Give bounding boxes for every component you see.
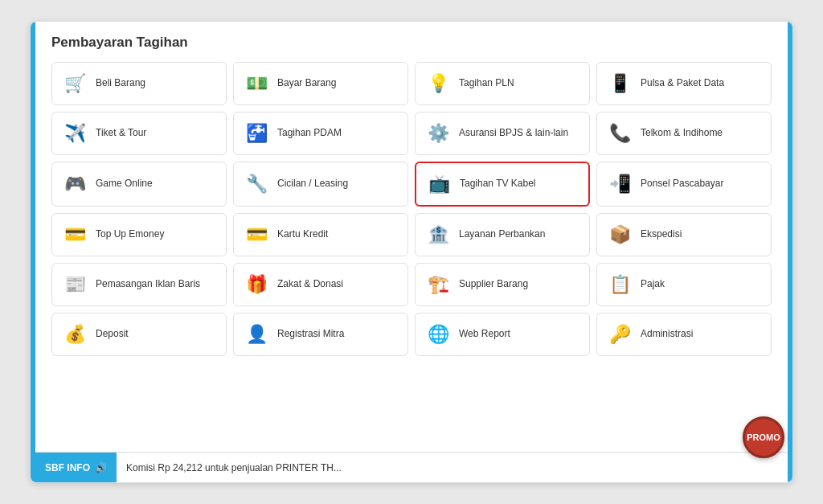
label-pulsa-paket: Pulsa & Paket Data	[641, 77, 724, 90]
label-game-online: Game Online	[96, 178, 153, 191]
label-tiket-tour: Tiket & Tour	[96, 127, 146, 140]
icon-pulsa-paket: 📱	[605, 69, 634, 98]
label-telkom: Telkom & Indihome	[641, 127, 723, 140]
icon-tagihan-pdam: 🚰	[242, 119, 271, 148]
right-accent	[788, 22, 792, 482]
section-title: Pembayaran Tagihan	[51, 35, 772, 51]
grid-item-web-report[interactable]: 🌐Web Report	[415, 313, 590, 356]
label-ponsel-pascabayar: Ponsel Pascabayar	[641, 178, 723, 191]
grid-item-tagihan-pln[interactable]: 💡Tagihan PLN	[415, 62, 590, 105]
label-tagihan-tv: Tagihan TV Kabel	[460, 178, 536, 191]
grid-item-zakat-donasi[interactable]: 🎁Zakat & Donasi	[233, 263, 408, 306]
icon-web-report: 🌐	[424, 320, 452, 349]
label-kartu-kredit: Kartu Kredit	[277, 228, 328, 241]
icon-bayar-barang: 💵	[242, 69, 271, 98]
grid-item-telkom[interactable]: 📞Telkom & Indihome	[596, 112, 772, 155]
label-pajak: Pajak	[641, 278, 665, 291]
label-zakat-donasi: Zakat & Donasi	[277, 278, 343, 291]
grid-item-kartu-kredit[interactable]: 💳Kartu Kredit	[233, 213, 408, 256]
grid-item-top-up-emoney[interactable]: 💳Top Up Emoney	[51, 213, 227, 256]
label-top-up-emoney: Top Up Emoney	[96, 228, 164, 241]
sbf-label: SBF INFO	[45, 462, 90, 473]
label-asuransi-bpjs: Asuransi BPJS & lain-lain	[459, 127, 568, 140]
label-layanan-perbankan: Layanan Perbankan	[459, 228, 545, 241]
label-pemasangan-iklan: Pemasangan Iklan Baris	[96, 278, 200, 291]
icon-tiket-tour: ✈️	[60, 119, 89, 148]
left-accent	[31, 22, 35, 482]
icon-tagihan-pln: 💡	[424, 69, 452, 98]
label-supplier-barang: Supplier Barang	[459, 278, 528, 291]
grid-item-pulsa-paket[interactable]: 📱Pulsa & Paket Data	[596, 62, 772, 105]
label-tagihan-pln: Tagihan PLN	[459, 77, 514, 90]
grid-item-pajak[interactable]: 📋Pajak	[596, 263, 772, 306]
main-container: Pembayaran Tagihan 🛒Beli Barang💵Bayar Ba…	[30, 21, 793, 483]
grid-item-game-online[interactable]: 🎮Game Online	[51, 162, 227, 207]
grid-item-ponsel-pascabayar[interactable]: 📲Ponsel Pascabayar	[596, 162, 772, 207]
label-ekspedisi: Ekspedisi	[641, 228, 682, 241]
grid-item-layanan-perbankan[interactable]: 🏦Layanan Perbankan	[415, 213, 590, 256]
speaker-icon: 🔊	[95, 462, 107, 473]
icon-game-online: 🎮	[60, 170, 89, 199]
grid-item-supplier-barang[interactable]: 🏗️Supplier Barang	[415, 263, 590, 306]
icon-beli-barang: 🛒	[60, 69, 89, 98]
icon-tagihan-tv: 📺	[424, 170, 453, 199]
icon-pajak: 📋	[605, 270, 634, 299]
grid-item-tiket-tour[interactable]: ✈️Tiket & Tour	[51, 112, 227, 155]
grid-item-asuransi-bpjs[interactable]: ⚙️Asuransi BPJS & lain-lain	[415, 112, 590, 155]
promo-button[interactable]: PROMO	[743, 416, 784, 458]
icon-top-up-emoney: 💳	[60, 220, 89, 249]
grid-item-beli-barang[interactable]: 🛒Beli Barang	[51, 62, 227, 105]
label-beli-barang: Beli Barang	[96, 77, 145, 90]
icon-deposit: 💰	[60, 320, 89, 349]
icon-supplier-barang: 🏗️	[424, 270, 452, 299]
grid-item-pemasangan-iklan[interactable]: 📰Pemasangan Iklan Baris	[51, 263, 227, 306]
grid-item-tagihan-pdam[interactable]: 🚰Tagihan PDAM	[233, 112, 408, 155]
label-web-report: Web Report	[459, 328, 510, 341]
label-bayar-barang: Bayar Barang	[277, 77, 336, 90]
sbf-info-button[interactable]: SBF INFO 🔊	[35, 453, 117, 482]
icon-pemasangan-iklan: 📰	[60, 270, 89, 299]
content-area: Pembayaran Tagihan 🛒Beli Barang💵Bayar Ba…	[35, 22, 788, 452]
icon-ponsel-pascabayar: 📲	[605, 170, 634, 199]
label-tagihan-pdam: Tagihan PDAM	[277, 127, 342, 140]
icon-asuransi-bpjs: ⚙️	[424, 119, 452, 148]
icon-telkom: 📞	[605, 119, 634, 148]
grid-item-bayar-barang[interactable]: 💵Bayar Barang	[233, 62, 408, 105]
icon-kartu-kredit: 💳	[242, 220, 271, 249]
icon-registrasi-mitra: 👤	[242, 320, 271, 349]
menu-grid: 🛒Beli Barang💵Bayar Barang💡Tagihan PLN📱Pu…	[51, 62, 772, 356]
grid-item-administrasi[interactable]: 🔑Administrasi	[596, 313, 772, 356]
icon-cicilan-leasing: 🔧	[242, 170, 271, 199]
label-cicilan-leasing: Cicilan / Leasing	[277, 178, 348, 191]
grid-item-ekspedisi[interactable]: 📦Ekspedisi	[596, 213, 772, 256]
grid-item-registrasi-mitra[interactable]: 👤Registrasi Mitra	[233, 313, 408, 356]
grid-item-cicilan-leasing[interactable]: 🔧Cicilan / Leasing	[233, 162, 408, 207]
icon-ekspedisi: 📦	[605, 220, 634, 249]
icon-layanan-perbankan: 🏦	[424, 220, 452, 249]
icon-administrasi: 🔑	[605, 320, 634, 349]
label-deposit: Deposit	[96, 328, 129, 341]
marquee-text: Komisi Rp 24,212 untuk penjualan PRINTER…	[126, 462, 780, 473]
bottom-bar: SBF INFO 🔊 Komisi Rp 24,212 untuk penjua…	[35, 452, 788, 482]
label-registrasi-mitra: Registrasi Mitra	[277, 328, 344, 341]
grid-item-tagihan-tv[interactable]: 📺Tagihan TV Kabel	[415, 162, 590, 207]
icon-zakat-donasi: 🎁	[242, 270, 271, 299]
grid-item-deposit[interactable]: 💰Deposit	[51, 313, 227, 356]
label-administrasi: Administrasi	[641, 328, 693, 341]
